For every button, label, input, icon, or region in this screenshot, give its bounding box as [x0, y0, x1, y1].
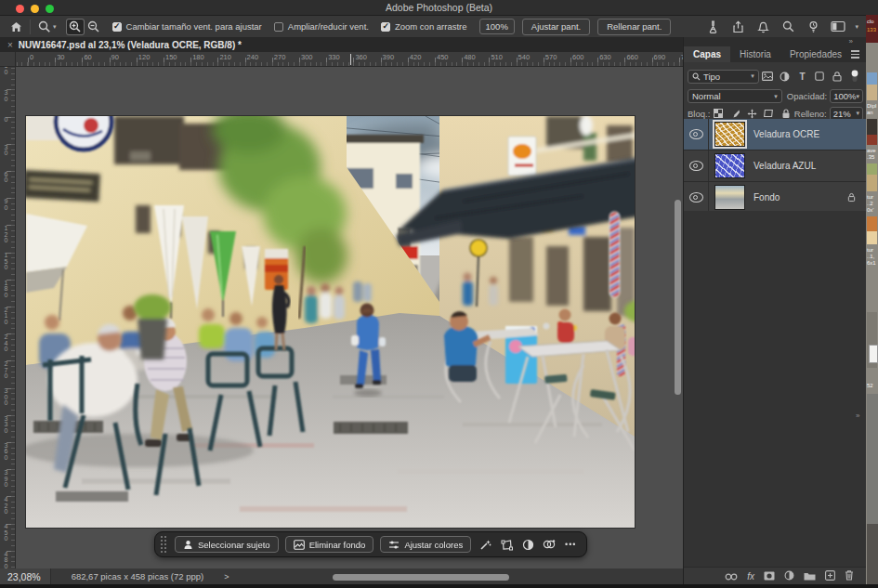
- status-chevron-icon[interactable]: >: [224, 572, 229, 581]
- layer-thumbnail[interactable]: [714, 122, 745, 147]
- layer-name[interactable]: Veladura OCRE: [754, 129, 819, 139]
- background-window-area: [867, 394, 878, 524]
- filter-pixel-layers-icon[interactable]: [761, 70, 774, 83]
- document-tab-title[interactable]: NUW16647.psd al 23,1% (Veladura OCRE, RG…: [19, 40, 242, 50]
- window-bottom-edge: [0, 584, 878, 588]
- layer-name[interactable]: Fondo: [754, 192, 780, 203]
- harmonize-icon[interactable]: [542, 537, 557, 552]
- layer-visibility-toggle[interactable]: [684, 119, 709, 150]
- new-group-folder-icon[interactable]: [804, 568, 816, 584]
- file-caption: 6x1: [867, 260, 878, 267]
- layer-thumbnail[interactable]: [714, 185, 745, 210]
- layer-name[interactable]: Veladura AZUL: [754, 161, 816, 171]
- resize-window-checkbox[interactable]: Cambiar tamaño vent. para ajustar: [112, 21, 262, 32]
- street-photo-canvas[interactable]: [26, 116, 635, 528]
- lock-position-move-icon[interactable]: [746, 107, 758, 120]
- workspace-switcher-icon[interactable]: [830, 19, 846, 35]
- zoom-in-button[interactable]: [66, 19, 85, 35]
- v-ruler-label: 180: [1, 281, 11, 299]
- vertical-ruler[interactable]: 6030030609012015018021024027030033036039…: [0, 52, 16, 568]
- more-options-icon[interactable]: •••: [563, 537, 578, 552]
- taskbar-drag-handle[interactable]: [161, 536, 166, 553]
- new-layer-icon[interactable]: [825, 568, 835, 584]
- adjust-colors-button[interactable]: Ajustar colores: [380, 536, 471, 553]
- add-layer-mask-icon[interactable]: [764, 568, 775, 584]
- fragment-text: clo: [867, 19, 874, 24]
- layer-visibility-toggle[interactable]: [684, 150, 709, 181]
- layer-visibility-toggle[interactable]: [684, 182, 709, 213]
- zoom-tool-icon[interactable]: [36, 19, 53, 35]
- scrubby-zoom-checkbox[interactable]: Zoom con arrastre: [381, 21, 467, 32]
- blend-mode-combo[interactable]: Normal ▾: [688, 89, 782, 103]
- select-subject-button[interactable]: Seleccionar sujeto: [175, 536, 279, 553]
- collapse-panels-icon[interactable]: »: [849, 37, 854, 46]
- file-thumbnail: [867, 216, 877, 244]
- file-caption: .35: [867, 154, 878, 161]
- delete-layer-trash-icon[interactable]: [845, 568, 854, 584]
- zoom-percentage-field[interactable]: 100%: [479, 19, 515, 34]
- layer-row-fondo[interactable]: Fondo: [684, 182, 867, 214]
- background-window-fragment: clo 133: [866, 15, 878, 43]
- filter-adjustment-layers-icon[interactable]: [779, 70, 792, 83]
- link-layers-icon[interactable]: [725, 568, 738, 584]
- tool-chevron-down-icon[interactable]: ▾: [53, 23, 57, 31]
- opacity-field[interactable]: 100% ▾: [830, 89, 863, 103]
- lock-pixels-brush-icon[interactable]: [729, 107, 741, 120]
- zoom-out-button[interactable]: [85, 19, 103, 35]
- h-ruler-label: 600: [572, 53, 584, 61]
- vertical-scrollbar[interactable]: [675, 200, 681, 395]
- layer-style-fx-icon[interactable]: fx: [747, 571, 754, 581]
- lock-all-icon[interactable]: [780, 107, 792, 120]
- panel-menu-icon[interactable]: [851, 48, 859, 60]
- discover-lightbulb-icon[interactable]: [805, 19, 821, 35]
- file-caption: 52: [867, 383, 878, 389]
- tab-historia[interactable]: Historia: [730, 46, 780, 62]
- lock-transparency-icon[interactable]: [712, 107, 724, 120]
- zoom-all-windows-checkbox[interactable]: Ampliar/reducir vent.: [274, 21, 369, 32]
- tab-capas[interactable]: Capas: [684, 46, 730, 62]
- fit-screen-button[interactable]: Ajustar pant.: [522, 19, 590, 35]
- new-adjustment-layer-icon[interactable]: [784, 568, 794, 584]
- layers-empty-area: [684, 211, 867, 567]
- close-document-icon[interactable]: ×: [7, 40, 13, 50]
- layer-row-veladura-azul[interactable]: Veladura AZUL: [684, 150, 867, 182]
- file-caption: tur: [867, 247, 878, 254]
- filter-toggle-switch[interactable]: [848, 70, 861, 83]
- collapse-dock-icon[interactable]: »: [856, 412, 860, 420]
- layer-row-veladura-ocre[interactable]: Veladura OCRE: [684, 119, 867, 150]
- transform-icon[interactable]: [499, 537, 514, 552]
- file-thumbnail: [867, 72, 877, 100]
- v-ruler-label: 60: [1, 172, 11, 184]
- generative-wand-icon[interactable]: [478, 537, 492, 552]
- lock-artboard-icon[interactable]: [763, 107, 775, 120]
- opacity-label: Opacidad:: [787, 91, 827, 101]
- workspace-chevron-down-icon[interactable]: ▾: [855, 23, 858, 31]
- filter-type-layers-icon[interactable]: T: [796, 70, 809, 83]
- layer-filter-type-combo[interactable]: Tipo ▾: [688, 70, 759, 84]
- checkbox-unchecked-icon: [274, 22, 283, 32]
- file-caption: ..1,: [867, 254, 878, 260]
- share-icon[interactable]: [729, 19, 746, 35]
- remove-background-button[interactable]: Eliminar fondo: [285, 536, 374, 553]
- search-icon[interactable]: [780, 19, 796, 35]
- fill-screen-button[interactable]: Rellenar pant.: [597, 19, 671, 35]
- status-zoom-level[interactable]: 23,08%: [0, 568, 51, 584]
- tab-propiedades[interactable]: Propiedades: [780, 46, 851, 62]
- ruler-origin-corner[interactable]: [0, 52, 16, 67]
- v-ruler-label: 150: [1, 253, 11, 271]
- adjustment-icon[interactable]: [520, 537, 535, 552]
- filter-type-label: Tipo: [703, 72, 720, 82]
- select-subject-label: Seleccionar sujeto: [198, 540, 270, 550]
- v-ruler-label: 330: [1, 416, 11, 435]
- window-titlebar: Adobe Photoshop (Beta): [0, 0, 878, 16]
- filter-smart-objects-icon[interactable]: [831, 70, 844, 83]
- layer-thumbnail[interactable]: [714, 153, 745, 178]
- beta-flask-icon[interactable]: [704, 19, 721, 35]
- horizontal-ruler[interactable]: 0306090120150180210240270300330360390420…: [15, 52, 683, 67]
- h-ruler-label: 240: [247, 53, 259, 61]
- home-icon[interactable]: [7, 19, 24, 35]
- horizontal-scrollbar[interactable]: [333, 574, 509, 581]
- notifications-bell-icon[interactable]: [754, 19, 771, 35]
- filter-shape-layers-icon[interactable]: [813, 70, 826, 83]
- file-caption: ..2: [867, 201, 878, 207]
